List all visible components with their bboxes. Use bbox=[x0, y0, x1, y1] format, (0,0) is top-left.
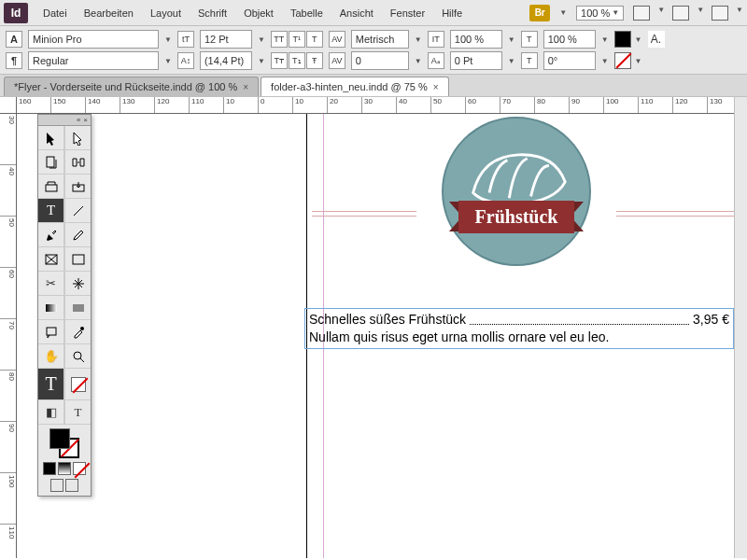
collapse-icon[interactable]: « bbox=[77, 116, 80, 124]
all-caps-button[interactable]: TT bbox=[271, 31, 288, 48]
gap-tool[interactable] bbox=[64, 150, 91, 175]
chevron-down-icon[interactable]: ▼ bbox=[415, 57, 422, 65]
ruler-origin[interactable] bbox=[0, 97, 17, 114]
leading-icon: A↕ bbox=[177, 52, 194, 69]
apply-gradient[interactable] bbox=[58, 462, 71, 475]
pencil-tool[interactable] bbox=[64, 223, 91, 247]
skew-value: 0° bbox=[548, 55, 558, 66]
format-affects-toggle[interactable] bbox=[64, 369, 91, 400]
close-icon[interactable]: × bbox=[243, 82, 248, 92]
view-mode-icon[interactable] bbox=[633, 6, 650, 21]
menu-tabelle[interactable]: Tabelle bbox=[283, 4, 331, 22]
preview-toggle[interactable]: ◧ bbox=[38, 400, 64, 425]
hand-tool[interactable]: ✋ bbox=[38, 344, 64, 369]
chevron-down-icon[interactable]: ▼ bbox=[635, 57, 642, 65]
menu-bar: Id Datei Bearbeiten Layout Schrift Objek… bbox=[0, 0, 747, 26]
panel-header[interactable]: «× bbox=[38, 115, 91, 126]
fill-swatch[interactable] bbox=[614, 31, 631, 48]
leading-field[interactable]: (14,4 Pt) bbox=[200, 51, 252, 70]
underline-button[interactable]: T bbox=[306, 31, 323, 48]
vertical-ruler[interactable]: 30405060708090100110 bbox=[0, 114, 17, 558]
normal-view-icon[interactable] bbox=[50, 479, 63, 492]
skew-field[interactable]: 0° bbox=[543, 51, 596, 70]
panel-dock-right[interactable] bbox=[734, 97, 747, 558]
menu-fenster[interactable]: Fenster bbox=[383, 4, 432, 22]
screen-mode-icon[interactable] bbox=[672, 6, 689, 21]
chevron-down-icon[interactable]: ▼ bbox=[657, 6, 665, 21]
content-collector-tool[interactable] bbox=[38, 175, 64, 199]
small-caps-button[interactable]: Tᴛ bbox=[271, 52, 288, 69]
line-tool[interactable] bbox=[64, 199, 91, 223]
scissors-tool[interactable]: ✂ bbox=[38, 272, 64, 296]
menu-objekt[interactable]: Objekt bbox=[236, 4, 281, 22]
fill-stroke-proxy[interactable] bbox=[49, 428, 79, 458]
chevron-down-icon[interactable]: ▼ bbox=[601, 57, 609, 65]
chevron-down-icon[interactable]: ▼ bbox=[508, 35, 515, 44]
chevron-down-icon[interactable]: ▼ bbox=[164, 35, 172, 44]
preview-view-icon[interactable] bbox=[65, 479, 78, 492]
font-size-field[interactable]: 12 Pt bbox=[200, 30, 252, 49]
direct-selection-tool[interactable] bbox=[64, 126, 91, 150]
chevron-down-icon[interactable]: ▼ bbox=[601, 35, 609, 44]
baseline-shift-field[interactable]: 0 Pt bbox=[450, 51, 502, 70]
font-family-field[interactable]: Minion Pro bbox=[28, 30, 159, 49]
gradient-feather-tool[interactable] bbox=[64, 296, 91, 320]
chevron-down-icon[interactable]: ▼ bbox=[164, 57, 172, 65]
gradient-swatch-tool[interactable] bbox=[38, 296, 64, 320]
arrange-docs-icon[interactable] bbox=[712, 6, 728, 21]
page-tool[interactable] bbox=[38, 150, 64, 175]
subscript-button[interactable]: T₁ bbox=[289, 52, 305, 69]
menu-ansicht[interactable]: Ansicht bbox=[332, 4, 381, 22]
menu-datei[interactable]: Datei bbox=[35, 4, 75, 22]
bridge-icon[interactable]: Br bbox=[529, 5, 550, 21]
strikethrough-button[interactable]: Ŧ bbox=[306, 52, 323, 69]
chevron-down-icon[interactable]: ▼ bbox=[697, 6, 704, 21]
character-formatting-icon[interactable]: A bbox=[6, 31, 22, 48]
zoom-level-field[interactable]: 100 % ▼ bbox=[576, 6, 624, 21]
chevron-down-icon[interactable]: ▼ bbox=[258, 35, 265, 44]
stroke-swatch[interactable] bbox=[614, 52, 631, 69]
document-canvas[interactable]: Frühstück Schnelles süßes Frühstück 3,95… bbox=[17, 114, 747, 558]
chevron-down-icon[interactable]: ▼ bbox=[258, 57, 265, 65]
menu-schrift[interactable]: Schrift bbox=[190, 4, 234, 22]
chevron-down-icon[interactable]: ▼ bbox=[415, 35, 422, 44]
pen-tool[interactable] bbox=[38, 223, 64, 247]
menu-layout[interactable]: Layout bbox=[143, 4, 189, 22]
type-tool-large[interactable]: T bbox=[38, 369, 64, 400]
char-panel-icon[interactable]: A. bbox=[648, 31, 665, 48]
rectangle-tool[interactable] bbox=[64, 247, 91, 272]
document-tab[interactable]: *Flyer - Vorderseite und Rückseite.indd … bbox=[4, 77, 259, 96]
menu-hilfe[interactable]: Hilfe bbox=[434, 4, 470, 22]
note-tool[interactable] bbox=[38, 320, 64, 344]
bridge-menu-icon[interactable]: ▼ bbox=[559, 8, 567, 17]
selection-tool[interactable] bbox=[38, 126, 64, 150]
close-icon[interactable]: × bbox=[433, 82, 439, 92]
menu-bearbeiten[interactable]: Bearbeiten bbox=[77, 4, 141, 22]
kerning-field[interactable]: Metrisch bbox=[351, 30, 409, 49]
content-placer-tool[interactable] bbox=[64, 175, 91, 199]
tools-panel[interactable]: «× T✂✋ T ◧ T bbox=[37, 114, 92, 497]
type-tool[interactable]: T bbox=[38, 199, 64, 223]
horizontal-ruler[interactable]: 1601501401301201101001020304050607080901… bbox=[17, 97, 747, 114]
chevron-down-icon[interactable]: ▼ bbox=[736, 6, 743, 21]
type-on-path-tool[interactable]: T bbox=[64, 400, 91, 425]
ruler-tick: 10 bbox=[224, 97, 259, 113]
font-style-field[interactable]: Regular bbox=[28, 51, 159, 70]
apply-color[interactable] bbox=[43, 462, 56, 475]
document-tab[interactable]: folder-a3-hinten_neu.indd @ 75 %× bbox=[261, 77, 449, 96]
apply-none[interactable] bbox=[73, 462, 86, 475]
vertical-scale-field[interactable]: 100 % bbox=[450, 30, 502, 49]
tracking-field[interactable]: 0 bbox=[351, 51, 409, 70]
zoom-tool[interactable] bbox=[64, 344, 91, 369]
text-frame[interactable]: Schnelles süßes Frühstück 3,95 € Nullam … bbox=[304, 308, 734, 349]
chevron-down-icon[interactable]: ▼ bbox=[635, 35, 642, 44]
free-transform-tool[interactable] bbox=[64, 272, 91, 296]
paragraph-formatting-icon[interactable]: ¶ bbox=[6, 52, 22, 69]
chevron-down-icon[interactable]: ▼ bbox=[508, 57, 515, 65]
horizontal-scale-field[interactable]: 100 % bbox=[543, 30, 596, 49]
fill-proxy[interactable] bbox=[49, 428, 70, 449]
eyedropper-tool[interactable] bbox=[64, 320, 91, 344]
rectangle-frame-tool[interactable] bbox=[38, 247, 64, 272]
superscript-button[interactable]: T¹ bbox=[289, 31, 305, 48]
close-icon[interactable]: × bbox=[83, 116, 88, 124]
